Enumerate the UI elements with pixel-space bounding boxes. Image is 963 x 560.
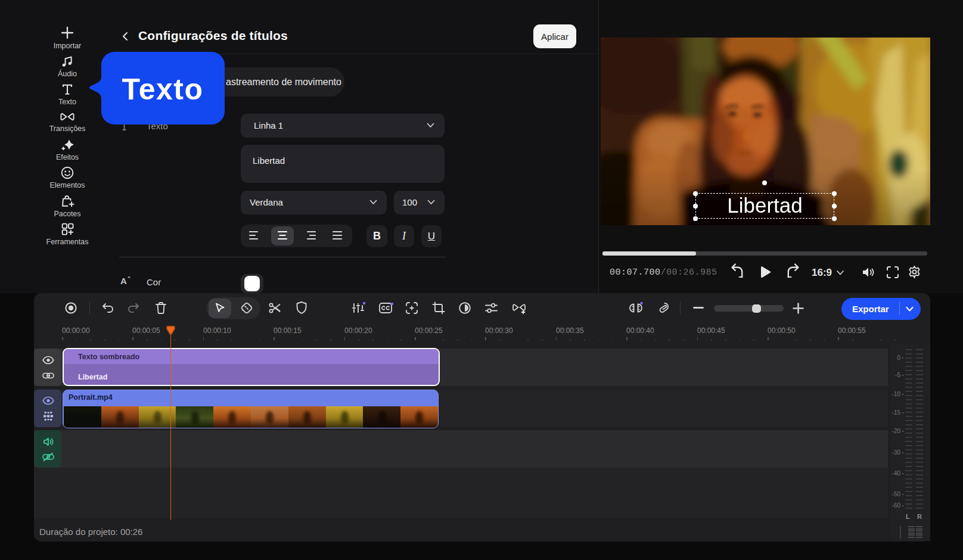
svg-text:Texto: Texto — [122, 73, 203, 106]
